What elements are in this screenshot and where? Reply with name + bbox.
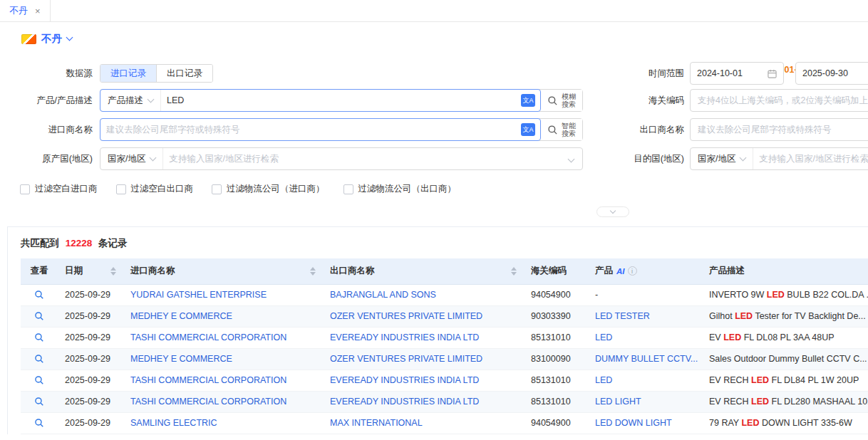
product-link[interactable]: LED LIGHT [595, 397, 641, 407]
customs-code-group: 海关编码 [604, 89, 868, 112]
exporter-cell: EVEREADY INDUSTRIES INDIA LTD [323, 370, 524, 391]
header-date[interactable]: 日期 [58, 258, 123, 284]
table-row: 2025-09-29YUDRAI GATSHEL ENTERPRISEBAJRA… [21, 284, 868, 305]
dropdown-chevron-icon[interactable] [568, 155, 575, 162]
view-magnifier-icon[interactable] [34, 311, 44, 321]
importer-cell: TASHI COMMERCIAL CORPORATION [123, 391, 323, 412]
view-magnifier-icon[interactable] [34, 418, 44, 428]
importer-link[interactable]: TASHI COMMERCIAL CORPORATION [130, 375, 286, 385]
import-records-toggle[interactable]: 进口记录 [100, 65, 156, 82]
record-count: 12228 [66, 238, 93, 248]
translate-icon[interactable]: 文A [521, 123, 535, 136]
importer-link[interactable]: MEDHEY E COMMERCE [130, 354, 232, 364]
destination-country-select[interactable]: 国家/地区 [691, 148, 753, 169]
sort-icon[interactable] [505, 267, 517, 276]
chevron-down-icon [610, 208, 616, 214]
importer-cell: MEDHEY E COMMERCE [123, 305, 323, 327]
exporter-link[interactable]: OZER VENTURES PRIVATE LIMITED [330, 354, 482, 364]
chevron-down-icon[interactable] [66, 34, 73, 41]
tab-bar: 不丹 × [0, 0, 868, 22]
destination-input[interactable] [753, 154, 868, 164]
date-cell: 2025-09-29 [58, 370, 123, 391]
view-magnifier-icon[interactable] [34, 397, 44, 407]
view-cell [21, 305, 58, 327]
customs-code-label: 海关编码 [604, 95, 690, 107]
view-cell [21, 412, 58, 434]
view-magnifier-icon[interactable] [34, 332, 44, 342]
checkbox-filter-blank-importer[interactable]: 过滤空白进口商 [20, 183, 98, 195]
exporter-cell: EVEREADY INDUSTRIES INDIA LTD [323, 327, 524, 348]
product-link[interactable]: LED [595, 332, 612, 342]
filter-panel: 更新范围: 2015-01-03 至 2025-09-30 数据源 进口记录 出… [0, 64, 868, 219]
view-magnifier-icon[interactable] [34, 354, 44, 364]
filter-row-product: 产品/产品描述 产品描述 文A 模糊搜索 海关编码 [0, 89, 868, 112]
exporter-cell: MAX INTERNATIONAL [323, 412, 524, 434]
product-type-select[interactable]: 产品描述 [100, 90, 161, 111]
importer-link[interactable]: TASHI COMMERCIAL CORPORATION [130, 332, 286, 342]
exporter-cell: BAJRANGLAL AND SONS [323, 284, 524, 305]
end-date-input[interactable]: 2025-09-30 [795, 62, 868, 85]
origin-input[interactable] [163, 154, 566, 164]
table-row: 2025-09-29TASHI COMMERCIAL CORPORATIONEV… [21, 327, 868, 348]
checkbox-icon[interactable] [212, 184, 222, 194]
checkbox-filter-logistics-exporter[interactable]: 过滤物流公司（出口商） [343, 183, 457, 195]
info-icon[interactable]: i [628, 266, 637, 276]
importer-input[interactable] [100, 125, 521, 135]
filter-row-importer: 进口商名称 文A 智能搜索 出口商名称 [0, 118, 868, 141]
date-cell: 2025-09-29 [58, 391, 123, 412]
exporter-link[interactable]: OZER VENTURES PRIVATE LIMITED [330, 311, 482, 321]
smart-search-button[interactable]: 智能搜索 [541, 119, 582, 140]
header-exporter[interactable]: 出口商名称 [323, 258, 524, 284]
exporter-link[interactable]: EVEREADY INDUSTRIES INDIA LTD [330, 375, 479, 385]
tab-close-icon[interactable]: × [35, 6, 41, 16]
product-link[interactable]: LED DOWN LIGHT [595, 418, 672, 428]
customs-code-input[interactable] [690, 89, 868, 112]
exporter-link[interactable]: BAJRANGLAL AND SONS [330, 290, 436, 300]
magnifier-icon [547, 95, 558, 106]
checkbox-icon[interactable] [116, 184, 126, 194]
export-records-toggle[interactable]: 出口记录 [156, 65, 212, 82]
date-cell: 2025-09-29 [58, 412, 123, 434]
origin-country-select[interactable]: 国家/地区 [100, 148, 163, 169]
magnifier-icon [547, 125, 558, 135]
fuzzy-search-button[interactable]: 模糊搜索 [541, 90, 582, 111]
product-desc-cell: Sales Outdoor Dummy Bullet CCTV C... [702, 348, 868, 370]
sort-icon[interactable] [304, 267, 316, 276]
view-cell [21, 391, 58, 412]
product-link[interactable]: DUMMY BULLET CCTV... [595, 354, 698, 364]
product-label: 产品/产品描述 [0, 95, 100, 107]
checkbox-filter-logistics-importer[interactable]: 过滤物流公司（进口商） [212, 183, 325, 195]
start-date-input[interactable]: 2024-10-01 [690, 62, 784, 85]
product-link[interactable]: LED TESTER [595, 311, 650, 321]
exporter-link[interactable]: EVEREADY INDUSTRIES INDIA LTD [330, 397, 479, 407]
view-magnifier-icon[interactable] [34, 290, 44, 300]
checkbox-icon[interactable] [20, 184, 30, 194]
product-desc-cell: 79 RAY LED DOWN LIGHT 335-6W [702, 412, 868, 434]
importer-link[interactable]: MEDHEY E COMMERCE [130, 311, 232, 321]
product-input[interactable] [161, 95, 521, 105]
checkbox-filter-blank-exporter[interactable]: 过滤空白出口商 [116, 183, 194, 195]
exporter-link[interactable]: EVEREADY INDUSTRIES INDIA LTD [330, 332, 479, 342]
collapse-button[interactable] [596, 206, 629, 217]
importer-cell: TASHI COMMERCIAL CORPORATION [123, 370, 323, 391]
exporter-input[interactable] [690, 118, 868, 141]
fuzzy-search-label: 模糊搜索 [562, 93, 576, 108]
importer-link[interactable]: TASHI COMMERCIAL CORPORATION [130, 397, 286, 407]
checkbox-icon[interactable] [343, 184, 353, 194]
header-importer[interactable]: 进口商名称 [123, 258, 323, 284]
view-magnifier-icon[interactable] [34, 375, 44, 385]
end-date-value: 2025-09-30 [802, 68, 848, 78]
product-cell: LED [588, 370, 702, 391]
product-desc-cell: EV RECH LED FL DL280 MASHAAL 10... [702, 391, 868, 412]
product-link[interactable]: LED [595, 375, 612, 385]
exporter-link[interactable]: MAX INTERNATIONAL [330, 418, 423, 428]
tab-bhutan[interactable]: 不丹 × [0, 0, 51, 21]
highlight-keyword: LED [723, 332, 741, 342]
importer-cell: SAMLING ELECTRIC [123, 412, 323, 434]
importer-link[interactable]: SAMLING ELECTRIC [130, 418, 217, 428]
results-table: 查看 日期 进口商名称 出口商名称 海关编码 产品 AI i [21, 258, 868, 434]
data-source-label: 数据源 [0, 68, 100, 80]
sort-icon[interactable] [105, 267, 116, 276]
translate-icon[interactable]: 文A [521, 94, 535, 107]
importer-link[interactable]: YUDRAI GATSHEL ENTERPRISE [130, 290, 267, 300]
